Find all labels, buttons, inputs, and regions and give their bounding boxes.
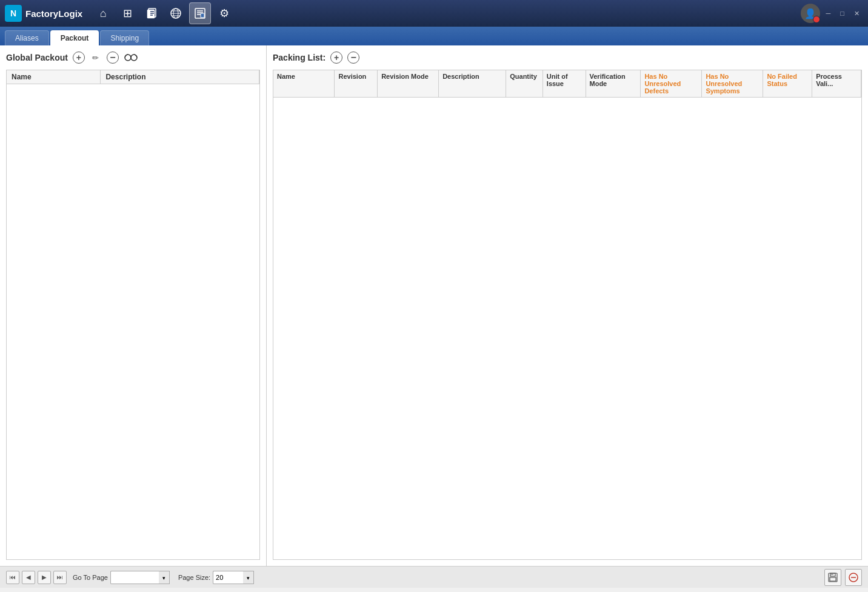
minimize-button[interactable]: ─ xyxy=(823,8,835,18)
list-document-icon[interactable] xyxy=(189,2,211,24)
page-size-label: Page Size: xyxy=(178,574,210,581)
col-description: Description xyxy=(101,70,259,84)
app-name: FactoryLogix xyxy=(25,8,82,19)
global-packout-title: Global Packout xyxy=(6,53,68,62)
packing-list-label: Packing List: xyxy=(273,53,326,62)
home-icon[interactable]: ⌂ xyxy=(92,2,114,24)
grid-icon[interactable]: ⊞ xyxy=(116,2,138,24)
right-panel: Packing List: + − Name Revision Revision… xyxy=(267,45,868,566)
settings-icon[interactable]: ⚙ xyxy=(213,2,235,24)
remove-packout-button[interactable]: − xyxy=(107,52,119,64)
restore-button[interactable]: □ xyxy=(836,8,848,18)
go-to-page-label: Go To Page xyxy=(73,574,108,581)
go-to-page-container: ▾ xyxy=(110,571,170,584)
global-packout-table[interactable]: Name Description xyxy=(6,70,260,560)
col-pl-no-defects: Has No Unresolved Defects xyxy=(641,70,702,98)
tab-packout[interactable]: Packout xyxy=(50,30,99,45)
first-page-button[interactable]: ⏮ xyxy=(6,571,19,584)
page-size-input[interactable] xyxy=(213,571,243,584)
window-controls: 👤 ─ □ ✕ xyxy=(801,4,863,23)
svg-rect-20 xyxy=(830,577,836,581)
col-pl-revision: Revision xyxy=(335,70,378,98)
prev-page-button[interactable]: ◀ xyxy=(22,571,35,584)
tab-aliases[interactable]: Aliases xyxy=(5,30,49,45)
col-pl-name: Name xyxy=(273,70,335,98)
panels-area: Global Packout + ✏ − xyxy=(0,45,868,566)
packing-list-header: Packing List: + − xyxy=(273,52,862,64)
left-panel: Global Packout + ✏ − xyxy=(0,45,267,566)
user-notification-badge xyxy=(813,16,820,23)
go-to-page-dropdown[interactable]: ▾ xyxy=(159,571,170,584)
close-button[interactable]: ✕ xyxy=(850,8,863,19)
left-panel-title: Global Packout + ✏ − xyxy=(6,52,260,64)
view-packout-button[interactable] xyxy=(124,52,138,63)
cancel-button[interactable] xyxy=(845,569,862,586)
go-to-page-input[interactable] xyxy=(110,571,159,584)
col-pl-description: Description xyxy=(439,70,506,98)
user-icon[interactable]: 👤 xyxy=(801,4,820,23)
svg-rect-14 xyxy=(201,13,204,18)
tabs-row: Aliases Packout Shipping xyxy=(0,27,868,45)
packing-list-table[interactable]: Name Revision Revision Mode Description … xyxy=(273,70,862,560)
add-packing-item-button[interactable]: + xyxy=(330,52,342,64)
action-buttons xyxy=(824,569,862,586)
col-pl-quantity: Quantity xyxy=(506,70,543,98)
globe-icon[interactable] xyxy=(165,2,187,24)
bottom-bar: ⏮ ◀ ▶ ⏭ Go To Page ▾ Page Size: ▾ xyxy=(0,566,868,588)
col-pl-revision-mode: Revision Mode xyxy=(378,70,439,98)
document-stack-icon[interactable] xyxy=(141,2,162,24)
add-packout-button[interactable]: + xyxy=(73,52,85,64)
nav-icons: ⌂ ⊞ xyxy=(92,2,796,24)
col-pl-verification-mode: Verification Mode xyxy=(586,70,641,98)
main-content: Global Packout + ✏ − xyxy=(0,45,868,588)
edit-packout-button[interactable]: ✏ xyxy=(90,52,102,64)
page-size-dropdown[interactable]: ▾ xyxy=(243,571,254,584)
col-name: Name xyxy=(7,70,101,84)
app-logo: N xyxy=(5,5,22,22)
page-size-container: ▾ xyxy=(213,571,254,584)
next-page-button[interactable]: ▶ xyxy=(38,571,51,584)
col-pl-no-symptoms: Has No Unresolved Symptoms xyxy=(702,70,763,98)
remove-packing-item-button[interactable]: − xyxy=(347,52,359,64)
title-bar: N FactoryLogix ⌂ ⊞ xyxy=(0,0,868,27)
last-page-button[interactable]: ⏭ xyxy=(53,571,67,584)
tab-shipping[interactable]: Shipping xyxy=(100,30,149,45)
col-pl-unit-of-issue: Unit of Issue xyxy=(542,70,586,98)
col-pl-process-vali: Process Vali... xyxy=(812,70,861,98)
col-pl-no-failed-status: No Failed Status xyxy=(763,70,812,98)
save-button[interactable] xyxy=(824,569,841,586)
